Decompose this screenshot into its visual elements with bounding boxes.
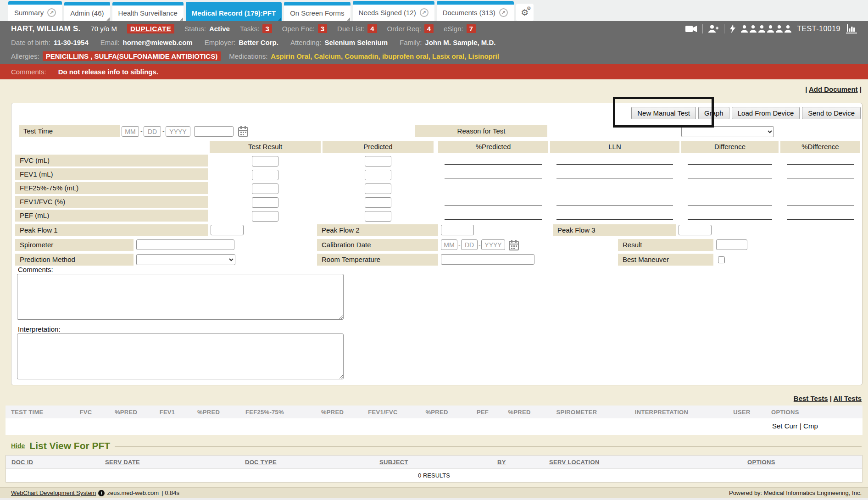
person-icon[interactable]	[776, 25, 783, 33]
col-options[interactable]: OPTIONS	[747, 459, 862, 466]
col-interpretation[interactable]: INTERPRETATION	[609, 409, 714, 416]
test-date-yyyy-input[interactable]	[166, 126, 190, 137]
medications-list[interactable]: Aspirin Oral, Calcium, Coumadin, ibuprof…	[271, 52, 499, 60]
peak-flow-2-input[interactable]	[441, 225, 474, 235]
col-pred-2[interactable]: %PRED	[189, 409, 228, 416]
footer-system-link[interactable]: WebChart Development System	[11, 489, 96, 496]
calibration-dd-input[interactable]	[461, 239, 478, 250]
set-curr-cmp-links[interactable]: Set Curr | Cmp	[772, 422, 818, 430]
load-from-device-button[interactable]: Load From Device	[732, 107, 800, 119]
due-list-count-badge[interactable]: 4	[367, 24, 377, 33]
tab-documents[interactable]: Documents (313)↗	[437, 1, 514, 21]
col-by[interactable]: BY	[497, 459, 549, 466]
peak-flow-2-label: Peak Flow 2	[317, 224, 438, 236]
graph-button[interactable]: Graph	[698, 107, 729, 119]
fev1-test-result-input[interactable]	[252, 170, 278, 180]
fev1fvc-test-result-input[interactable]	[252, 197, 278, 208]
col-pred-5[interactable]: %PRED	[494, 409, 545, 416]
esign-count-badge[interactable]: 7	[467, 24, 476, 33]
col-pred-4[interactable]: %PRED	[402, 409, 471, 416]
result-input[interactable]	[716, 239, 747, 250]
col-fef[interactable]: FEF25%-75%	[228, 409, 301, 416]
pef-test-result-input[interactable]	[252, 211, 278, 222]
test-date-dd-input[interactable]	[144, 126, 161, 137]
chart-icon[interactable]	[846, 24, 857, 33]
fvc-test-result-input[interactable]	[252, 156, 278, 167]
prediction-method-label: Prediction Method	[15, 254, 134, 266]
best-tests-link[interactable]: Best Tests	[794, 394, 828, 402]
test-date-mm-input[interactable]	[122, 126, 139, 137]
person-icon[interactable]	[750, 25, 757, 33]
calendar-icon[interactable]	[238, 126, 248, 137]
info-icon[interactable]: i	[98, 490, 105, 496]
person-icon[interactable]	[741, 25, 748, 33]
video-camera-icon[interactable]	[685, 25, 697, 33]
col-doc-id[interactable]: DOC ID	[6, 459, 105, 466]
fef-lln-line	[556, 182, 673, 192]
room-temperature-input[interactable]	[441, 254, 534, 265]
reason-for-test-select[interactable]	[681, 126, 774, 137]
external-link-icon[interactable]: ↗	[499, 8, 508, 17]
col-serv-location[interactable]: SERV LOCATION	[549, 459, 747, 466]
person-icon[interactable]	[758, 25, 765, 33]
spirometer-input[interactable]	[136, 239, 234, 250]
tab-on-screen-forms[interactable]: On Screen Forms	[284, 2, 350, 21]
settings-gear-button[interactable]: ⚙ ⚙	[516, 4, 534, 21]
add-person-icon[interactable]	[708, 25, 718, 33]
lightning-icon[interactable]	[730, 24, 735, 33]
col-pred-1[interactable]: %PRED	[106, 409, 145, 416]
tab-admin[interactable]: Admin (46)	[64, 2, 110, 21]
fev1fvc-predicted-input[interactable]	[365, 197, 391, 208]
col-serv-date[interactable]: SERV DATE	[105, 459, 245, 466]
station-id: TEST-10019	[797, 25, 840, 33]
calendar-icon[interactable]	[509, 240, 519, 251]
fev1-predicted-input[interactable]	[365, 170, 391, 180]
person-icon[interactable]	[785, 25, 791, 33]
tab-summary[interactable]: Summary↗	[8, 1, 62, 21]
col-fev1-fvc[interactable]: FEV1/FVC	[363, 409, 402, 416]
col-user[interactable]: USER	[714, 409, 769, 416]
duplicate-badge[interactable]: DUPLICATE	[127, 24, 174, 33]
best-maneuver-checkbox[interactable]	[718, 256, 725, 263]
calibration-yyyy-input[interactable]	[481, 239, 505, 250]
peak-flow-1-input[interactable]	[211, 225, 244, 235]
col-fev1[interactable]: FEV1	[145, 409, 189, 416]
external-link-icon[interactable]: ↗	[420, 8, 428, 17]
interpretation-textarea[interactable]	[17, 333, 344, 379]
fef-predicted-input[interactable]	[365, 183, 391, 194]
patient-queue-icons[interactable]	[741, 25, 791, 33]
tab-medical-record-active[interactable]: Medical Record (179):PFT	[186, 2, 282, 21]
calibration-mm-input[interactable]	[441, 239, 457, 250]
external-link-icon[interactable]: ↗	[47, 8, 56, 17]
list-view-table: DOC ID SERV DATE DOC TYPE SUBJECT BY SER…	[6, 455, 862, 483]
col-doc-type[interactable]: DOC TYPE	[245, 459, 379, 466]
tab-label: Documents (313)	[443, 9, 495, 17]
col-spirometer[interactable]: SPIROMETER	[545, 409, 609, 416]
col-pred-3[interactable]: %PRED	[301, 409, 363, 416]
allergies-badge[interactable]: PENICILLINS , SULFA(SULFONAMIDE ANTIBIOT…	[43, 51, 221, 61]
email-value[interactable]: horner@mieweb.com	[122, 39, 192, 46]
col-fvc[interactable]: FVC	[65, 409, 106, 416]
col-options[interactable]: OPTIONS	[769, 409, 862, 416]
tab-needs-signed[interactable]: Needs Signed (12)↗	[353, 1, 434, 21]
new-manual-test-button[interactable]: New Manual Test	[631, 107, 696, 119]
open-enc-count-badge[interactable]: 3	[318, 24, 327, 33]
add-document-link[interactable]: Add Document	[809, 85, 858, 93]
fef-test-result-input[interactable]	[252, 183, 278, 194]
send-to-device-button[interactable]: Send to Device	[802, 107, 861, 119]
col-subject[interactable]: SUBJECT	[379, 459, 497, 466]
form-comments-textarea[interactable]	[17, 274, 344, 320]
tab-health-surveillance[interactable]: Health Surveillance	[112, 2, 184, 21]
prediction-method-select[interactable]	[136, 254, 235, 265]
test-time-input[interactable]	[194, 126, 234, 137]
peak-flow-3-input[interactable]	[679, 225, 712, 235]
all-tests-link[interactable]: All Tests	[834, 394, 862, 402]
pef-predicted-input[interactable]	[365, 211, 391, 222]
fvc-predicted-input[interactable]	[365, 156, 391, 167]
order-req-count-badge[interactable]: 4	[424, 24, 434, 33]
col-pef[interactable]: PEF	[471, 409, 494, 416]
tasks-count-badge[interactable]: 3	[262, 24, 272, 33]
col-test-time[interactable]: TEST TIME	[6, 409, 65, 416]
hide-link[interactable]: Hide	[11, 442, 25, 450]
person-icon[interactable]	[767, 25, 774, 33]
